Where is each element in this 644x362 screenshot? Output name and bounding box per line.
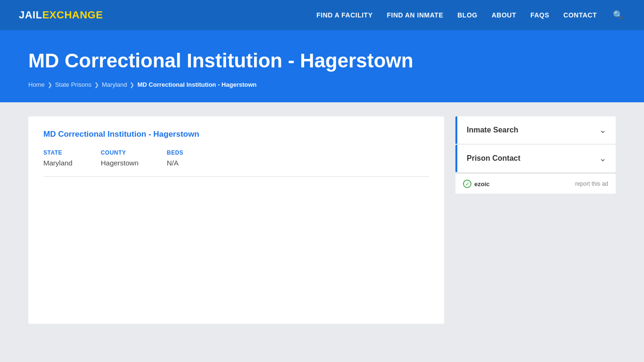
state-value: Maryland [43, 159, 73, 167]
card-divider [43, 176, 429, 177]
breadcrumb-sep-1: ❯ [48, 82, 52, 88]
beds-label: BEDS [167, 149, 183, 156]
hero-section: MD Correctional Institution - Hagerstown… [0, 30, 644, 102]
ad-box: ✓ ezoic report this ad [455, 174, 616, 194]
nav-faqs[interactable]: FAQs [530, 11, 549, 19]
facility-name: MD Correctional Institution - Hagerstown [43, 130, 429, 139]
nav-find-inmate[interactable]: FIND AN INMATE [387, 11, 443, 19]
page-title: MD Correctional Institution - Hagerstown [28, 49, 616, 73]
breadcrumb-sep-3: ❯ [130, 82, 134, 88]
nav-about[interactable]: ABOUT [492, 11, 516, 19]
breadcrumb-home[interactable]: Home [28, 81, 45, 88]
nav-find-facility[interactable]: FIND A FACILITY [316, 11, 372, 19]
report-ad-link[interactable]: report this ad [575, 181, 608, 187]
search-button[interactable]: 🔍 [611, 8, 625, 22]
breadcrumb-sep-2: ❯ [94, 82, 99, 88]
prison-contact-accordion[interactable]: Prison Contact ⌄ [455, 145, 616, 172]
logo-jail: JAIL [19, 9, 42, 21]
logo[interactable]: JAILEXCHANGE [19, 9, 103, 21]
state-col: STATE Maryland [43, 149, 73, 167]
state-label: STATE [43, 149, 73, 156]
breadcrumb-maryland[interactable]: Maryland [102, 81, 127, 88]
main-nav: FIND A FACILITY FIND AN INMATE BLOG ABOU… [316, 8, 625, 22]
header: JAILEXCHANGE FIND A FACILITY FIND AN INM… [0, 0, 644, 30]
county-label: COUNTY [101, 149, 139, 156]
county-value: Hagerstown [101, 159, 139, 167]
breadcrumb-state-prisons[interactable]: State Prisons [55, 81, 91, 88]
inmate-search-accordion[interactable]: Inmate Search ⌄ [455, 116, 616, 144]
county-col: COUNTY Hagerstown [101, 149, 139, 167]
inmate-search-label: Inmate Search [467, 126, 518, 134]
logo-exchange: EXCHANGE [42, 9, 103, 21]
nav-contact[interactable]: CONTACT [563, 11, 597, 19]
nav-blog[interactable]: BLOG [457, 11, 477, 19]
facility-card: MD Correctional Institution - Hagerstown… [28, 116, 444, 324]
breadcrumb-current: MD Correctional Institution - Hagerstown [137, 81, 256, 88]
ezoic-logo: ✓ ezoic [463, 180, 490, 188]
prison-contact-label: Prison Contact [467, 154, 520, 163]
beds-col: BEDS N/A [167, 149, 183, 167]
main-content: MD Correctional Institution - Hagerstown… [0, 102, 644, 338]
prison-contact-chevron-icon: ⌄ [599, 153, 606, 164]
beds-value: N/A [167, 159, 183, 167]
inmate-search-chevron-icon: ⌄ [599, 125, 606, 135]
breadcrumb: Home ❯ State Prisons ❯ Maryland ❯ MD Cor… [28, 81, 616, 88]
right-sidebar: Inmate Search ⌄ Prison Contact ⌄ ✓ ezoic… [455, 116, 616, 194]
ezoic-label: ezoic [474, 181, 490, 188]
ezoic-icon: ✓ [463, 180, 471, 188]
info-grid: STATE Maryland COUNTY Hagerstown BEDS N/… [43, 149, 429, 167]
